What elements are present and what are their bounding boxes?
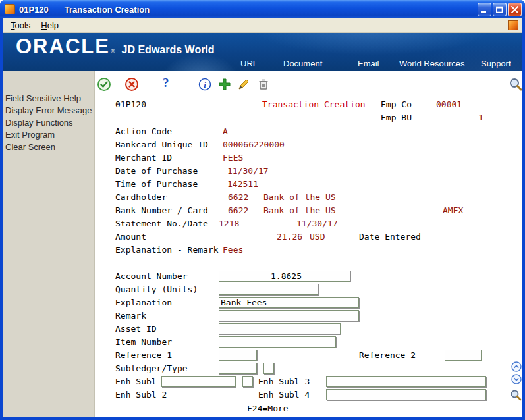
sidebar-item-display-functions[interactable]: Display Functions — [3, 117, 94, 129]
sidebar-item-clear-screen[interactable]: Clear Screen — [3, 142, 94, 153]
program-id: 01P120 — [115, 99, 146, 109]
window-buttons — [478, 3, 522, 16]
footer-row: F24=More — [95, 404, 522, 415]
banner-link-email[interactable]: Email — [358, 59, 379, 68]
help-icon[interactable]: ? — [163, 76, 169, 90]
quantity-input[interactable] — [219, 284, 318, 295]
enh-subl-3-label: Enh Subl 3 — [258, 377, 310, 386]
row-date-of-purchase: Date of Purchase 11/30/17 — [95, 166, 522, 177]
edit-icon[interactable] — [236, 77, 251, 92]
subledger-type-input[interactable] — [263, 363, 274, 374]
cardholder-label: Cardholder — [115, 192, 167, 202]
window-body: Tools Help ORACLE ® JD Edwards World URL… — [3, 18, 522, 417]
search-bottom-icon[interactable] — [510, 389, 522, 401]
account-number-label: Account Number — [115, 271, 188, 281]
emp-co-label: Emp Co — [381, 99, 412, 109]
delete-icon[interactable] — [256, 77, 271, 92]
item-number-input[interactable] — [219, 336, 336, 348]
row-action-code: Action Code A — [95, 126, 522, 138]
scroll-up-icon[interactable] — [511, 361, 522, 372]
row-remark: Remark — [95, 311, 522, 322]
function-key-hint: F24=More — [247, 404, 289, 413]
scroll-down-icon[interactable] — [511, 374, 522, 384]
search-icon[interactable] — [509, 77, 522, 92]
maximize-button[interactable] — [493, 3, 507, 16]
statement-date: 11/30/17 — [296, 219, 338, 228]
time-of-purchase-label: Time of Purchase — [115, 179, 198, 189]
bankcard-id-label: Bankcard Unique ID — [115, 140, 208, 149]
row-explanation: Explanation — [95, 298, 522, 309]
info-icon[interactable]: i — [198, 77, 212, 92]
minimize-icon — [481, 6, 488, 13]
reference-2-input[interactable] — [445, 350, 482, 361]
enh-subl-1-input[interactable] — [161, 376, 236, 387]
application-icon — [5, 4, 15, 14]
subledger-type-label: Subledger/Type — [115, 363, 188, 373]
app-window: 01P120 Transaction Creation Tools Help O… — [0, 0, 525, 420]
subledger-input[interactable] — [219, 363, 257, 374]
menu-tools[interactable]: Tools — [5, 19, 36, 32]
emp-bu-value: 1 — [478, 113, 484, 122]
row-asset-id: Asset ID — [95, 324, 522, 335]
approve-icon[interactable] — [97, 77, 111, 92]
row-amount: Amount 21.26 USD Date Entered — [95, 232, 522, 243]
screen-title: Transaction Creation — [262, 99, 366, 109]
bank-number-value: 6622 — [228, 205, 248, 215]
emp-co-value: 00001 — [436, 99, 462, 109]
statement-number: 1218 — [219, 219, 239, 228]
merchant-id-label: Merchant ID — [115, 153, 172, 163]
reference-1-label: Reference 1 — [115, 350, 172, 360]
explanation-input[interactable] — [219, 297, 359, 308]
account-number-input[interactable] — [219, 271, 350, 282]
quantity-label: Quantity (Units) — [115, 284, 198, 294]
titlebar-title: Transaction Creation — [65, 5, 150, 14]
date-of-purchase-label: Date of Purchase — [115, 166, 198, 176]
enh-subl-1-label: Enh Subl 1 — [115, 377, 167, 386]
merchant-id-value: FEES — [223, 153, 243, 163]
row-references: Reference 1 Reference 2 — [95, 350, 522, 361]
row-enh-subl-2-4: Enh Subl 2 Enh Subl 4 — [95, 390, 522, 401]
currency-value: USD — [310, 232, 325, 242]
banner-link-url[interactable]: URL — [240, 59, 258, 68]
bank-name-value: Bank of the US — [263, 205, 336, 215]
reference-1-input[interactable] — [219, 350, 257, 361]
sidebar-item-display-error-message[interactable]: Display Error Message — [3, 105, 94, 117]
row-time-of-purchase: Time of Purchase 142511 — [95, 179, 522, 190]
asset-id-input[interactable] — [219, 323, 341, 334]
minimize-button[interactable] — [478, 3, 491, 16]
remark-input[interactable] — [219, 310, 359, 321]
enh-subl-3-input[interactable] — [326, 376, 486, 387]
jde-world-icon[interactable] — [508, 20, 518, 30]
reference-2-label: Reference 2 — [359, 350, 416, 360]
cardholder-name: Bank of the US — [263, 192, 336, 202]
banner-link-world-resources[interactable]: World Resources — [399, 59, 464, 68]
amount-label: Amount — [115, 232, 146, 242]
enh-subl-4-label: Enh Subl 4 — [258, 390, 310, 400]
menu-help[interactable]: Help — [36, 19, 64, 32]
row-merchant-id: Merchant ID FEES — [95, 153, 522, 164]
row-quantity: Quantity (Units) — [95, 284, 522, 296]
sidebar-item-exit-program[interactable]: Exit Program — [3, 129, 94, 141]
row-cardholder: Cardholder 6622 Bank of the US — [95, 192, 522, 203]
close-button[interactable] — [508, 3, 522, 16]
cardholder-number: 6622 — [228, 192, 248, 202]
oracle-banner: ORACLE ® JD Edwards World URL Document E… — [3, 33, 522, 71]
emp-bu-row: Emp BU 1 — [95, 113, 522, 124]
bank-number-card-label: Bank Number / Card — [115, 205, 208, 215]
screen-header-row: 01P120 Transaction Creation Emp Co 00001 — [95, 99, 522, 111]
banner-link-document[interactable]: Document — [283, 59, 322, 68]
titlebar: 01P120 Transaction Creation — [0, 0, 525, 18]
sidebar-item-field-sensitive-help[interactable]: Field Sensitive Help — [3, 93, 94, 105]
sidebar: Field Sensitive Help Display Error Messa… — [3, 71, 95, 417]
add-icon[interactable] — [217, 77, 232, 92]
bankcard-id-value: 000066220000 — [223, 140, 285, 149]
content: Field Sensitive Help Display Error Messa… — [3, 71, 522, 417]
menubar: Tools Help — [3, 18, 522, 33]
enh-subl-4-input[interactable] — [326, 389, 486, 400]
cancel-icon[interactable] — [124, 77, 139, 92]
enh-subl-1-extra-input[interactable] — [242, 376, 253, 387]
svg-text:i: i — [204, 80, 206, 90]
banner-link-support[interactable]: Support — [481, 59, 511, 68]
date-entered-label: Date Entered — [359, 232, 421, 242]
row-statement: Statement No./Date 1218 11/30/17 — [95, 219, 522, 230]
